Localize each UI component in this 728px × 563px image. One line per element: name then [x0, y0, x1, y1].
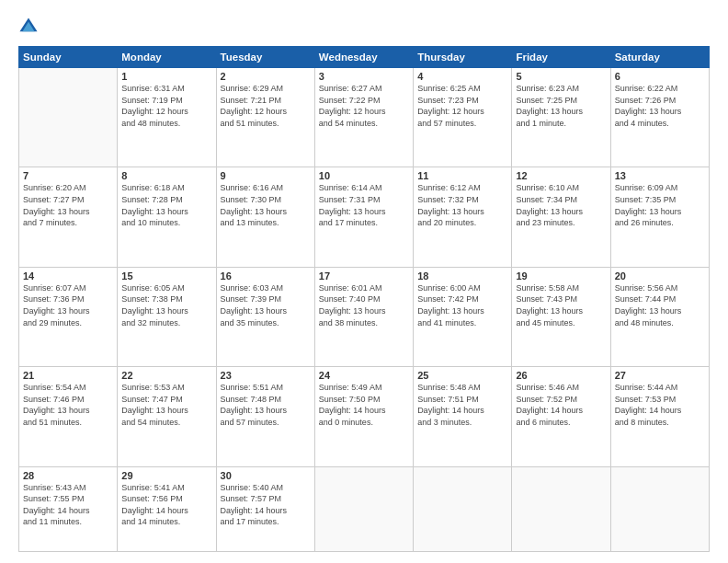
- day-info: Sunrise: 5:44 AM Sunset: 7:53 PM Dayligh…: [615, 382, 705, 428]
- day-info: Sunrise: 6:05 AM Sunset: 7:38 PM Dayligh…: [121, 282, 211, 328]
- day-info: Sunrise: 6:22 AM Sunset: 7:26 PM Dayligh…: [615, 83, 705, 129]
- calendar-cell: 23Sunrise: 5:51 AM Sunset: 7:48 PM Dayli…: [216, 367, 314, 466]
- calendar-header-row: SundayMondayTuesdayWednesdayThursdayFrid…: [19, 47, 710, 68]
- day-info: Sunrise: 6:29 AM Sunset: 7:21 PM Dayligh…: [221, 83, 311, 129]
- day-number: 3: [319, 71, 409, 82]
- day-number: 12: [516, 170, 606, 181]
- calendar-header-sunday: Sunday: [19, 47, 118, 68]
- calendar-cell: 19Sunrise: 5:58 AM Sunset: 7:43 PM Dayli…: [512, 267, 610, 366]
- day-number: 2: [221, 71, 311, 82]
- calendar-cell: 3Sunrise: 6:27 AM Sunset: 7:22 PM Daylig…: [314, 68, 413, 167]
- day-info: Sunrise: 5:53 AM Sunset: 7:47 PM Dayligh…: [121, 382, 211, 428]
- calendar-cell: 6Sunrise: 6:22 AM Sunset: 7:26 PM Daylig…: [610, 68, 709, 167]
- calendar-cell: 12Sunrise: 6:10 AM Sunset: 7:34 PM Dayli…: [512, 167, 610, 267]
- calendar-cell: 25Sunrise: 5:48 AM Sunset: 7:51 PM Dayli…: [414, 367, 512, 466]
- day-number: 1: [121, 71, 211, 82]
- calendar-cell: 7Sunrise: 6:20 AM Sunset: 7:27 PM Daylig…: [19, 167, 118, 267]
- calendar-cell: 17Sunrise: 6:01 AM Sunset: 7:40 PM Dayli…: [314, 267, 413, 366]
- day-info: Sunrise: 6:23 AM Sunset: 7:25 PM Dayligh…: [516, 83, 606, 129]
- logo: [18, 17, 42, 37]
- day-number: 6: [615, 71, 705, 82]
- day-number: 14: [23, 270, 113, 282]
- day-number: 25: [417, 370, 507, 381]
- calendar-cell: 28Sunrise: 5:43 AM Sunset: 7:55 PM Dayli…: [19, 466, 118, 551]
- calendar-week-row: 1Sunrise: 6:31 AM Sunset: 7:19 PM Daylig…: [19, 68, 710, 167]
- calendar-cell: [314, 466, 413, 551]
- calendar-cell: 2Sunrise: 6:29 AM Sunset: 7:21 PM Daylig…: [216, 68, 314, 167]
- day-number: 15: [121, 270, 211, 282]
- calendar-cell: 1Sunrise: 6:31 AM Sunset: 7:19 PM Daylig…: [118, 68, 216, 167]
- calendar-cell: 13Sunrise: 6:09 AM Sunset: 7:35 PM Dayli…: [610, 167, 709, 267]
- calendar-cell: 11Sunrise: 6:12 AM Sunset: 7:32 PM Dayli…: [414, 167, 512, 267]
- calendar: SundayMondayTuesdayWednesdayThursdayFrid…: [18, 46, 710, 552]
- calendar-header-saturday: Saturday: [610, 47, 709, 68]
- day-info: Sunrise: 6:03 AM Sunset: 7:39 PM Dayligh…: [221, 282, 311, 328]
- day-info: Sunrise: 5:48 AM Sunset: 7:51 PM Dayligh…: [417, 382, 507, 428]
- day-number: 26: [516, 370, 606, 381]
- calendar-cell: 8Sunrise: 6:18 AM Sunset: 7:28 PM Daylig…: [118, 167, 216, 267]
- day-info: Sunrise: 6:00 AM Sunset: 7:42 PM Dayligh…: [417, 282, 507, 328]
- day-info: Sunrise: 6:14 AM Sunset: 7:31 PM Dayligh…: [319, 182, 409, 228]
- day-number: 21: [23, 370, 113, 381]
- day-number: 7: [23, 170, 113, 181]
- calendar-cell: 20Sunrise: 5:56 AM Sunset: 7:44 PM Dayli…: [610, 267, 709, 366]
- calendar-cell: 30Sunrise: 5:40 AM Sunset: 7:57 PM Dayli…: [216, 466, 314, 551]
- calendar-header-friday: Friday: [512, 47, 610, 68]
- calendar-cell: [414, 466, 512, 551]
- day-number: 17: [319, 270, 409, 282]
- calendar-cell: [610, 466, 709, 551]
- day-number: 27: [615, 370, 705, 381]
- day-info: Sunrise: 6:18 AM Sunset: 7:28 PM Dayligh…: [121, 182, 211, 228]
- day-number: 29: [121, 470, 211, 481]
- day-info: Sunrise: 5:40 AM Sunset: 7:57 PM Dayligh…: [221, 482, 311, 528]
- calendar-cell: 14Sunrise: 6:07 AM Sunset: 7:36 PM Dayli…: [19, 267, 118, 366]
- day-number: 22: [121, 370, 211, 381]
- day-info: Sunrise: 5:51 AM Sunset: 7:48 PM Dayligh…: [221, 382, 311, 428]
- calendar-cell: 26Sunrise: 5:46 AM Sunset: 7:52 PM Dayli…: [512, 367, 610, 466]
- day-info: Sunrise: 5:46 AM Sunset: 7:52 PM Dayligh…: [516, 382, 606, 428]
- calendar-cell: 16Sunrise: 6:03 AM Sunset: 7:39 PM Dayli…: [216, 267, 314, 366]
- calendar-cell: 9Sunrise: 6:16 AM Sunset: 7:30 PM Daylig…: [216, 167, 314, 267]
- logo-icon: [18, 17, 39, 37]
- day-info: Sunrise: 6:27 AM Sunset: 7:22 PM Dayligh…: [319, 83, 409, 129]
- calendar-week-row: 21Sunrise: 5:54 AM Sunset: 7:46 PM Dayli…: [19, 367, 710, 466]
- calendar-cell: 21Sunrise: 5:54 AM Sunset: 7:46 PM Dayli…: [19, 367, 118, 466]
- day-info: Sunrise: 6:01 AM Sunset: 7:40 PM Dayligh…: [319, 282, 409, 328]
- day-number: 9: [221, 170, 311, 181]
- day-number: 4: [417, 71, 507, 82]
- day-info: Sunrise: 6:09 AM Sunset: 7:35 PM Dayligh…: [615, 182, 705, 228]
- page: SundayMondayTuesdayWednesdayThursdayFrid…: [0, 0, 728, 563]
- day-info: Sunrise: 5:56 AM Sunset: 7:44 PM Dayligh…: [615, 282, 705, 328]
- calendar-cell: 18Sunrise: 6:00 AM Sunset: 7:42 PM Dayli…: [414, 267, 512, 366]
- day-number: 23: [221, 370, 311, 381]
- calendar-cell: [512, 466, 610, 551]
- calendar-cell: 24Sunrise: 5:49 AM Sunset: 7:50 PM Dayli…: [314, 367, 413, 466]
- calendar-week-row: 28Sunrise: 5:43 AM Sunset: 7:55 PM Dayli…: [19, 466, 710, 551]
- calendar-week-row: 14Sunrise: 6:07 AM Sunset: 7:36 PM Dayli…: [19, 267, 710, 366]
- calendar-cell: 10Sunrise: 6:14 AM Sunset: 7:31 PM Dayli…: [314, 167, 413, 267]
- day-info: Sunrise: 6:16 AM Sunset: 7:30 PM Dayligh…: [221, 182, 311, 228]
- day-info: Sunrise: 6:25 AM Sunset: 7:23 PM Dayligh…: [417, 83, 507, 129]
- day-info: Sunrise: 5:43 AM Sunset: 7:55 PM Dayligh…: [23, 482, 113, 528]
- day-info: Sunrise: 6:20 AM Sunset: 7:27 PM Dayligh…: [23, 182, 113, 228]
- day-number: 5: [516, 71, 606, 82]
- day-info: Sunrise: 6:31 AM Sunset: 7:19 PM Dayligh…: [121, 83, 211, 129]
- day-number: 19: [516, 270, 606, 282]
- day-info: Sunrise: 5:54 AM Sunset: 7:46 PM Dayligh…: [23, 382, 113, 428]
- day-info: Sunrise: 5:49 AM Sunset: 7:50 PM Dayligh…: [319, 382, 409, 428]
- calendar-week-row: 7Sunrise: 6:20 AM Sunset: 7:27 PM Daylig…: [19, 167, 710, 267]
- day-number: 20: [615, 270, 705, 282]
- calendar-cell: 27Sunrise: 5:44 AM Sunset: 7:53 PM Dayli…: [610, 367, 709, 466]
- calendar-cell: 4Sunrise: 6:25 AM Sunset: 7:23 PM Daylig…: [414, 68, 512, 167]
- calendar-header-thursday: Thursday: [414, 47, 512, 68]
- day-info: Sunrise: 6:07 AM Sunset: 7:36 PM Dayligh…: [23, 282, 113, 328]
- calendar-cell: 5Sunrise: 6:23 AM Sunset: 7:25 PM Daylig…: [512, 68, 610, 167]
- day-number: 24: [319, 370, 409, 381]
- day-info: Sunrise: 5:58 AM Sunset: 7:43 PM Dayligh…: [516, 282, 606, 328]
- calendar-cell: 15Sunrise: 6:05 AM Sunset: 7:38 PM Dayli…: [118, 267, 216, 366]
- calendar-header-monday: Monday: [118, 47, 216, 68]
- calendar-cell: 29Sunrise: 5:41 AM Sunset: 7:56 PM Dayli…: [118, 466, 216, 551]
- day-number: 18: [417, 270, 507, 282]
- calendar-cell: [19, 68, 118, 167]
- day-number: 30: [221, 470, 311, 481]
